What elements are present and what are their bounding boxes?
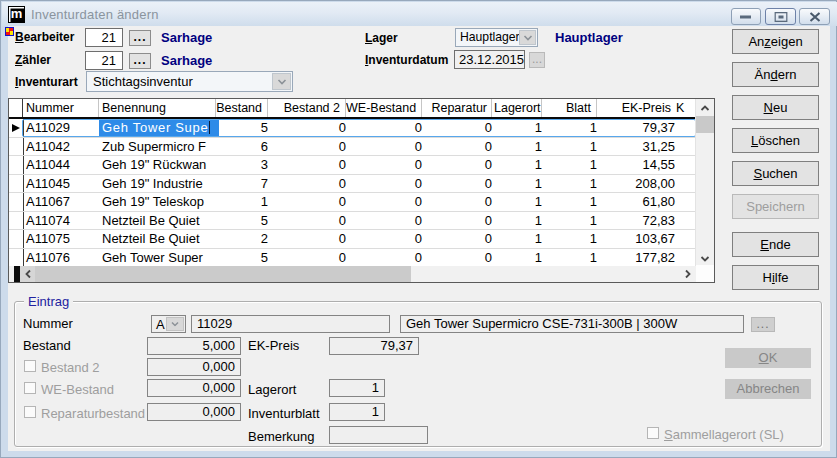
cell-bestand2[interactable]: 0	[268, 138, 351, 156]
column-header-k[interactable]: K	[675, 99, 696, 117]
cell-benennung[interactable]: Zub Supermicro F	[99, 138, 219, 156]
title-bar[interactable]: m Inventurdaten ändern	[2, 2, 837, 26]
table-row[interactable]: A11067Geh 19" Teleskop10001161,80	[9, 193, 696, 212]
cell-we-bestand[interactable]: 0	[346, 193, 427, 211]
sammellagerort-checkbox[interactable]	[647, 427, 659, 439]
table-row[interactable]: A11074Netzteil Be Quiet50001172,83	[9, 212, 696, 231]
cell-ek-preis[interactable]: 177,82	[597, 249, 679, 267]
cell-ek-preis[interactable]: 72,83	[597, 212, 679, 230]
cell-bestand[interactable]: 1	[216, 193, 273, 211]
cell-reparatur[interactable]: 0	[422, 138, 496, 156]
column-header-reparatur[interactable]: Reparatur	[422, 99, 492, 117]
cell-lagerort[interactable]: 1	[492, 156, 547, 174]
cell-blatt[interactable]: 1	[542, 138, 602, 156]
cell-we-bestand[interactable]: 0	[346, 230, 427, 248]
cell-benennung[interactable]: Netzteil Be Quiet	[99, 212, 219, 230]
action-button-ende[interactable]: Ende	[732, 232, 819, 257]
cell-bestand[interactable]: 5	[216, 119, 273, 137]
close-button[interactable]	[799, 8, 830, 25]
table-row[interactable]: A11029Geh Tower Supe50001179,37	[9, 119, 696, 138]
horizontal-scrollbar[interactable]	[9, 266, 696, 283]
cell-bestand2[interactable]: 0	[268, 212, 351, 230]
cell-reparatur[interactable]: 0	[422, 249, 496, 267]
action-button-hilfe[interactable]: Hilfe	[732, 265, 819, 290]
horizontal-scrollbar-thumb[interactable]	[35, 266, 411, 283]
scroll-right-button[interactable]	[680, 266, 695, 283]
cell-bestand[interactable]: 2	[216, 230, 273, 248]
cell-lagerort[interactable]: 1	[492, 175, 547, 193]
bearbeiter-browse-button[interactable]: ...	[129, 30, 151, 46]
vertical-scrollbar[interactable]	[695, 99, 714, 267]
table-row[interactable]: A11045Geh 19" Industrie700011208,00	[9, 175, 696, 194]
inventurblatt-input[interactable]: 1	[329, 403, 385, 421]
cell-ek-preis[interactable]: 61,80	[597, 193, 679, 211]
cell-lagerort[interactable]: 1	[492, 138, 547, 156]
cell-ek-preis[interactable]: 79,37	[597, 119, 679, 137]
abbrechen-button[interactable]: Abbrechen	[725, 379, 811, 399]
cell-ek-preis[interactable]: 31,25	[597, 138, 679, 156]
bestand2-input[interactable]: 0,000	[147, 358, 241, 376]
inventurdatum-input[interactable]: 23.12.2015	[454, 50, 525, 69]
cell-ek-preis[interactable]: 103,67	[597, 230, 679, 248]
cell-blatt[interactable]: 1	[542, 212, 602, 230]
cell-ek-preis[interactable]: 208,00	[597, 175, 679, 193]
cell-lagerort[interactable]: 1	[492, 193, 547, 211]
cell-nummer[interactable]: A11042	[23, 138, 102, 156]
column-header-nummer[interactable]: Nummer	[23, 99, 99, 117]
inventurdatum-browse-button[interactable]: ...	[529, 52, 545, 68]
column-header-benennung[interactable]: Benennung	[99, 99, 216, 117]
lagerort-input[interactable]: 1	[329, 379, 385, 397]
cell-bestand2[interactable]: 0	[268, 249, 351, 267]
action-button-suchen[interactable]: Suchen	[732, 161, 819, 186]
cell-nummer[interactable]: A11074	[23, 212, 102, 230]
column-header-bestand[interactable]: Bestand	[216, 99, 268, 117]
cell-reparatur[interactable]: 0	[422, 156, 496, 174]
table-row[interactable]: A11042Zub Supermicro F60001131,25	[9, 138, 696, 157]
cell-nummer[interactable]: A11045	[23, 175, 102, 193]
reparaturbestand-checkbox[interactable]	[24, 406, 36, 418]
eintrag-browse-button[interactable]: ...	[751, 317, 775, 332]
scroll-up-button[interactable]	[696, 99, 714, 116]
vertical-scrollbar-thumb[interactable]	[696, 116, 714, 133]
we-bestand-checkbox[interactable]	[24, 382, 36, 394]
cell-ek-preis[interactable]: 14,55	[597, 156, 679, 174]
minimize-button[interactable]	[731, 8, 761, 25]
zaehler-input[interactable]: 21	[85, 51, 123, 70]
column-header-bestand-2[interactable]: Bestand 2	[268, 99, 346, 117]
eintrag-ek-preis-input[interactable]: 79,37	[329, 337, 419, 355]
eintrag-nummer-input[interactable]: 11029	[191, 315, 390, 333]
cell-benennung[interactable]: Geh Tower Supe	[99, 119, 219, 137]
cell-blatt[interactable]: 1	[542, 175, 602, 193]
column-header-ek-preis[interactable]: EK-Preis	[597, 99, 675, 117]
cell-benennung[interactable]: Geh 19" Industrie	[99, 175, 219, 193]
cell-nummer[interactable]: A11029	[23, 119, 102, 137]
cell-lagerort[interactable]: 1	[492, 212, 547, 230]
action-button-speichern[interactable]: Speichern	[732, 194, 819, 219]
column-header-blatt[interactable]: Blatt	[542, 99, 597, 117]
cell-bestand[interactable]: 6	[216, 138, 273, 156]
eintrag-nummer-prefix-select[interactable]: A	[151, 315, 186, 333]
eintrag-benennung-input[interactable]: Geh Tower Supermicro CSE-731i-300B | 300…	[400, 315, 744, 333]
cell-lagerort[interactable]: 1	[492, 119, 547, 137]
cell-we-bestand[interactable]: 0	[346, 175, 427, 193]
inventurart-select[interactable]: Stichtagsinventur	[86, 71, 293, 92]
cell-we-bestand[interactable]: 0	[346, 119, 427, 137]
cell-we-bestand[interactable]: 0	[346, 156, 427, 174]
scroll-left-button[interactable]	[20, 266, 35, 283]
cell-bestand[interactable]: 5	[216, 249, 273, 267]
table-row[interactable]: A11044Geh 19" Rückwan30001114,55	[9, 156, 696, 175]
cell-reparatur[interactable]: 0	[422, 119, 496, 137]
lager-select[interactable]: Hauptlager	[455, 28, 538, 47]
table-row[interactable]: A11075Netzteil Be Quiet200011103,67	[9, 230, 696, 249]
cell-benennung[interactable]: Geh Tower Super	[99, 249, 219, 267]
cell-we-bestand[interactable]: 0	[346, 249, 427, 267]
action-button-neu[interactable]: Neu	[732, 95, 819, 120]
reparaturbestand-input[interactable]: 0,000	[147, 403, 241, 421]
action-button-ndern[interactable]: Ändern	[732, 62, 819, 87]
we-bestand-input[interactable]: 0,000	[147, 379, 241, 397]
bemerkung-input[interactable]	[329, 426, 428, 444]
cell-reparatur[interactable]: 0	[422, 193, 496, 211]
table-row[interactable]: A11076Geh Tower Super500011177,82	[9, 249, 696, 268]
cell-lagerort[interactable]: 1	[492, 249, 547, 267]
action-button-anzeigen[interactable]: Anzeigen	[732, 29, 819, 54]
